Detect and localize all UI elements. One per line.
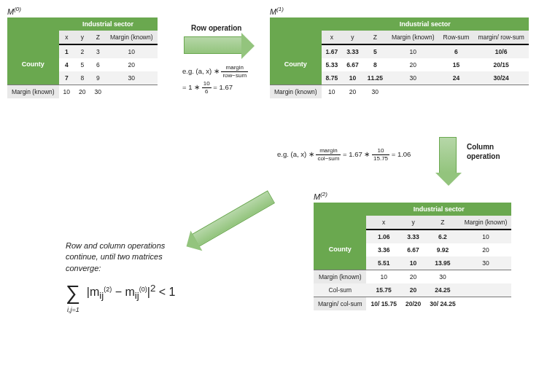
m1-label: M(1): [270, 6, 529, 16]
cell: 3: [90, 44, 106, 58]
txt: = 1 ∗: [182, 83, 202, 91]
cell: 3.33: [401, 230, 425, 243]
m2-label-base: M: [314, 192, 320, 201]
row-margin-label: Margin (known): [314, 270, 366, 283]
cell: 15.75: [366, 283, 400, 297]
matrix-m1: M(1) Industrial sector x y Z Margin (kno…: [270, 6, 529, 98]
cell: 13.95: [425, 256, 459, 270]
col-z: Z: [90, 31, 106, 44]
m1-side-header: County: [270, 44, 322, 85]
cell: 10: [401, 256, 425, 270]
txt: = 1.67 ∗: [343, 150, 372, 158]
cell: 30: [90, 85, 106, 98]
frac-d: 6: [202, 88, 212, 95]
col-mrs: margin/ row-sum: [473, 31, 528, 44]
cell: 30: [106, 71, 158, 85]
col-margin: Margin (known): [460, 216, 512, 230]
cell: 20: [342, 85, 363, 98]
cell: 7: [59, 71, 74, 85]
cell: 24.25: [425, 283, 459, 297]
m2-top-header: Industrial sector: [366, 203, 511, 216]
m2-label: M(2): [314, 191, 511, 201]
m2-side-header: County: [314, 230, 366, 270]
col-x: x: [322, 31, 343, 44]
cell: 20: [401, 283, 425, 297]
col-y: y: [401, 216, 425, 230]
m0-top-header: Industrial sector: [59, 17, 158, 31]
cell: 4: [59, 58, 74, 71]
convergence-line3: converge:: [66, 263, 255, 274]
m1-top-header: Industrial sector: [322, 17, 529, 31]
cell: 10: [387, 44, 439, 58]
convergence-block: Row and column operations continue, unti…: [66, 240, 255, 307]
cell: 20: [401, 270, 425, 283]
arrow-converge: [192, 190, 275, 246]
cell: 10: [342, 71, 363, 85]
cell: 9: [90, 71, 106, 85]
col-rowsum: Row-sum: [439, 31, 474, 44]
m0-label-sup: (0): [14, 6, 21, 12]
frac-d: 15.75: [372, 155, 389, 162]
cell: 8.75: [322, 71, 343, 85]
row-margin-label: Margin (known): [7, 85, 59, 98]
cell: 8: [74, 71, 90, 85]
matrix-m0: M(0) Industrial sector x y Z Margin (kno…: [7, 6, 158, 98]
cell: 10: [460, 230, 512, 243]
cell: 20/15: [473, 58, 528, 71]
m0-label: M(0): [7, 6, 158, 16]
cell: 6: [439, 44, 474, 58]
frac-n: margin: [221, 64, 248, 72]
row-op-example: e.g. (a, x) ∗ marginrow−sum = 1 ∗ 106 = …: [182, 64, 248, 96]
cell: 30/24: [473, 71, 528, 85]
sigma-sub: i,j=1: [67, 305, 79, 315]
matrix-m2: M(2) Industrial sector x y Z Margin (kno…: [314, 191, 511, 310]
sigma-icon: ∑i,j=1: [66, 278, 80, 307]
frac-d: row−sum: [221, 72, 248, 79]
col-y: y: [74, 31, 90, 44]
m1-label-base: M: [270, 7, 276, 16]
col-x: x: [59, 31, 74, 44]
txt: e.g. (a, x) ∗: [277, 150, 316, 158]
cell: 5.51: [366, 256, 400, 270]
cell: 30: [363, 85, 387, 98]
cell: 5: [74, 58, 90, 71]
cell: 30: [460, 256, 512, 270]
col-y: y: [342, 31, 363, 44]
cell: 10: [366, 270, 400, 283]
col-op-example: e.g. (a, x) ∗ margincol−sum = 1.67 ∗ 101…: [277, 147, 411, 163]
cell: 6.2: [425, 230, 459, 243]
col-margin: Margin (known): [106, 31, 158, 44]
cell: 1: [59, 44, 74, 58]
row-op-title: Row operation: [191, 23, 241, 33]
frac-n: 10: [202, 80, 212, 88]
m0-side-header: County: [7, 44, 59, 85]
cell: 9.92: [425, 243, 459, 256]
txt: = 1.67: [213, 83, 233, 91]
frac-n: margin: [316, 147, 341, 155]
cell: 30/ 24.25: [425, 297, 459, 310]
frac-n: 10: [372, 147, 389, 155]
cell: 30: [387, 71, 439, 85]
cell: 5: [363, 44, 387, 58]
m1-label-sup: (1): [276, 6, 284, 12]
m1-table: Industrial sector x y Z Margin (known) R…: [270, 17, 529, 98]
col-x: x: [366, 216, 400, 230]
cell: 20: [106, 58, 158, 71]
txt: e.g. (a, x) ∗: [182, 67, 221, 75]
col-op-title: Column operation: [467, 142, 518, 161]
frac-d: col−sum: [316, 155, 341, 162]
cell: 20: [387, 58, 439, 71]
cell: 15: [439, 58, 474, 71]
col-z: Z: [363, 31, 387, 44]
m0-label-base: M: [7, 7, 14, 16]
cell: 30: [425, 270, 459, 283]
cell: 2: [74, 44, 90, 58]
cell: 6.67: [342, 58, 363, 71]
cell: 11.25: [363, 71, 387, 85]
cell: 10: [106, 44, 158, 58]
cell: 3.33: [342, 44, 363, 58]
convergence-formula: ∑i,j=1 |mij(2) − mij(0)|2 < 1: [66, 278, 255, 307]
m2-table: Industrial sector x y Z Margin (known) C…: [314, 203, 511, 310]
cell: 6: [90, 58, 106, 71]
convergence-line2: continue, until two matrices: [66, 251, 255, 262]
